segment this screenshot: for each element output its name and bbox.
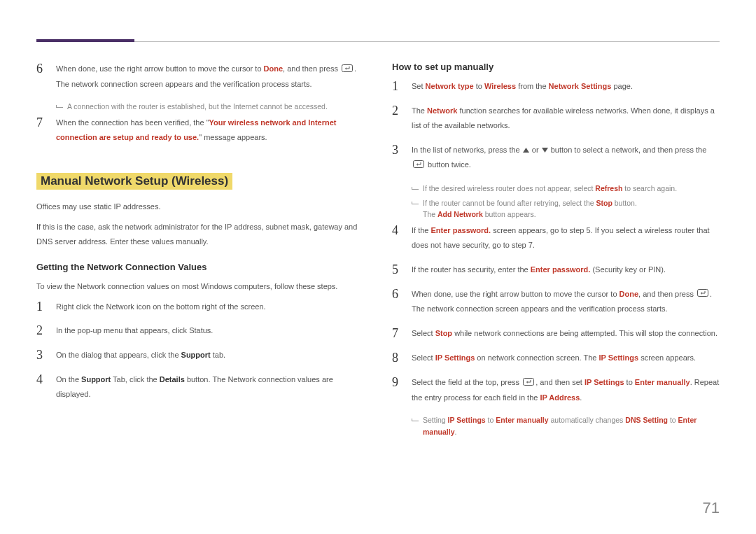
- text-run: Network Settings: [549, 82, 612, 90]
- note-text: If the desired wireless router does not …: [423, 183, 720, 195]
- step-body: The Network function searches for availa…: [412, 104, 720, 133]
- text-run: Tab, click the: [111, 375, 160, 384]
- step-number: 6: [392, 287, 402, 300]
- text-run: on network connection screen. The: [475, 353, 598, 362]
- text-run: On the dialog that appears, click the: [56, 351, 181, 359]
- text-run: If the router cannot be found after retr…: [423, 199, 596, 207]
- step-body: Right click the Network icon on the bott…: [56, 300, 364, 314]
- numbered-step: 6When done, use the right arrow button t…: [36, 62, 364, 91]
- text-run: button appears.: [483, 210, 536, 218]
- step-body: If the Enter password. screen appears, g…: [412, 223, 720, 253]
- left-column: 6When done, use the right arrow button t…: [36, 62, 364, 441]
- step-number: 3: [36, 348, 46, 361]
- text-run: Select the field at the top, press: [412, 378, 522, 386]
- page-number: 71: [703, 499, 720, 517]
- step-number: 1: [36, 300, 46, 313]
- enter-icon: [413, 158, 424, 173]
- text-run: Support: [181, 351, 211, 359]
- step-body: When done, use the right arrow button to…: [412, 287, 720, 316]
- numbered-step: 1Set Network type to Wireless from the N…: [392, 79, 720, 94]
- numbered-step: 5If the router has security, enter the E…: [392, 262, 720, 277]
- right-column: How to set up manually1Set Network type …: [392, 62, 720, 441]
- enter-icon: [342, 62, 353, 77]
- text-run: automatically changes: [549, 416, 626, 424]
- step-number: 9: [392, 375, 402, 388]
- note-text: A connection with the router is establis…: [67, 101, 364, 113]
- note-indicator-icon: [56, 107, 63, 108]
- step-body: Select IP Settings on network connection…: [412, 351, 720, 365]
- text-run: If the: [412, 226, 431, 234]
- text-run: to: [486, 416, 496, 424]
- text-run: If the router has security, enter the: [412, 265, 531, 274]
- step-number: 1: [392, 79, 402, 92]
- text-run: In the list of networks, press the: [412, 146, 522, 154]
- text-run: Select: [412, 329, 435, 337]
- step-number: 7: [36, 115, 46, 129]
- text-run: Enter manually: [496, 416, 548, 424]
- text-run: , and then press: [283, 64, 340, 73]
- numbered-step: 8Select IP Settings on network connectio…: [392, 351, 720, 365]
- enter-icon: [523, 376, 534, 391]
- text-run: Add Network: [438, 210, 483, 218]
- document-page: 6When done, use the right arrow button t…: [0, 0, 756, 534]
- text-run: Done: [620, 290, 639, 298]
- step-body: In the list of networks, press the or bu…: [412, 143, 720, 173]
- numbered-step: 7When the connection has been verified, …: [36, 115, 364, 145]
- step-body: When the connection has been verified, t…: [56, 115, 364, 145]
- note-indicator-icon: [412, 189, 419, 190]
- text-run: or: [530, 146, 541, 154]
- text-run: IP Settings: [448, 416, 486, 424]
- text-run: A connection with the router is establis…: [67, 102, 328, 111]
- paragraph: Offices may use static IP addresses.: [36, 199, 364, 214]
- text-run: Enter password.: [431, 226, 491, 234]
- text-run: IP Settings: [584, 378, 624, 386]
- text-run: Set: [412, 82, 426, 90]
- text-run: Network type: [426, 82, 474, 90]
- text-run: When done, use the right arrow button to…: [56, 64, 264, 73]
- note: Setting IP Settings to Enter manually au…: [412, 414, 720, 438]
- text-run: screen appears.: [638, 353, 696, 362]
- text-run: The: [412, 106, 427, 115]
- divider-top: [36, 41, 720, 42]
- text-run: Enter password.: [531, 265, 591, 274]
- paragraph: If this is the case, ask the network adm…: [36, 220, 364, 249]
- step-body: Select the field at the top, press , and…: [412, 375, 720, 405]
- down-arrow-icon: [542, 143, 548, 157]
- accent-bar: [36, 39, 134, 42]
- step-body: When done, use the right arrow button to…: [56, 62, 364, 91]
- step-body: On the dialog that appears, click the Su…: [56, 348, 364, 363]
- text-run: DNS Setting: [625, 416, 668, 424]
- note-indicator-icon: [412, 421, 419, 421]
- note-text: Setting IP Settings to Enter manually au…: [423, 414, 720, 438]
- step-number: 2: [36, 323, 46, 337]
- text-run: .: [455, 428, 457, 436]
- step-number: 2: [392, 104, 402, 117]
- step-body: Set Network type to Wireless from the Ne…: [412, 79, 720, 94]
- numbered-step: 7Select Stop while network connections a…: [392, 326, 720, 341]
- up-arrow-icon: [523, 143, 529, 157]
- numbered-step: 2In the pop-up menu that appears, click …: [36, 323, 364, 338]
- text-run: If the desired wireless router does not …: [423, 184, 595, 192]
- numbered-step: 9Select the field at the top, press , an…: [392, 375, 720, 405]
- text-run: Enter manually: [635, 378, 690, 386]
- text-run: Details: [160, 375, 185, 384]
- numbered-step: 4If the Enter password. screen appears, …: [392, 223, 720, 253]
- numbered-step: 1Right click the Network icon on the bot…: [36, 300, 364, 314]
- text-run: When done, use the right arrow button to…: [412, 290, 620, 298]
- numbered-step: 4On the Support Tab, click the Details b…: [36, 372, 364, 402]
- text-run: Support: [81, 375, 111, 384]
- text-run: page.: [611, 82, 633, 90]
- enter-icon: [697, 287, 708, 302]
- text-run: button to select a network, and then pre…: [549, 146, 707, 154]
- text-run: function searches for available wireless…: [412, 106, 715, 129]
- paragraph: To view the Network connection values on…: [36, 279, 364, 294]
- text-run: In the pop-up menu that appears, click S…: [56, 326, 213, 335]
- text-run: tab.: [211, 351, 225, 359]
- note: If the router cannot be found after retr…: [412, 197, 720, 221]
- numbered-step: 3In the list of networks, press the or b…: [392, 143, 720, 173]
- text-run: The: [423, 210, 438, 218]
- text-run: " message appears.: [199, 133, 267, 141]
- note: A connection with the router is establis…: [56, 101, 364, 113]
- step-body: If the router has security, enter the En…: [412, 262, 720, 277]
- numbered-step: 2The Network function searches for avail…: [392, 104, 720, 133]
